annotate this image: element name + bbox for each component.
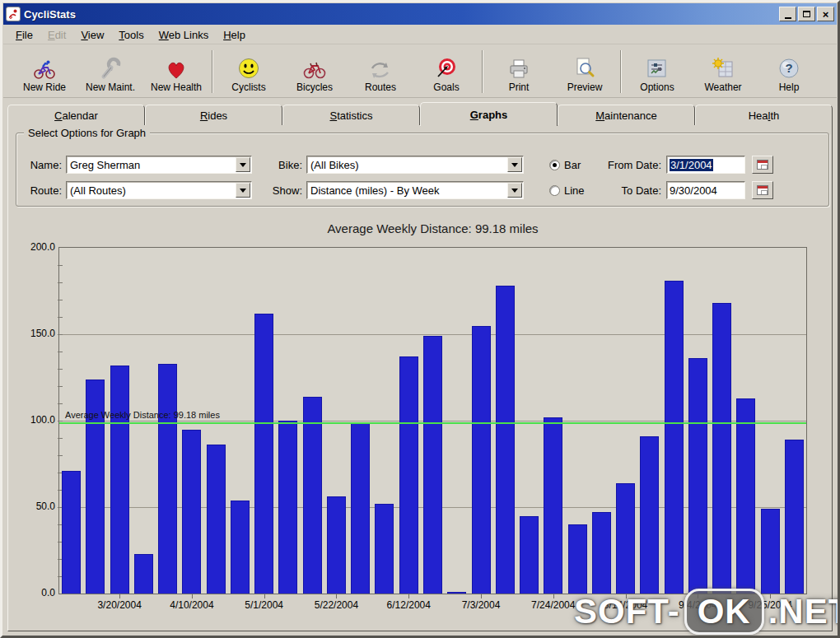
route-dropdown-button[interactable] [236, 183, 250, 198]
toolbar-label: Preview [567, 81, 603, 93]
x-tick-label: 6/12/2004 [387, 599, 431, 611]
name-combobox[interactable]: Greg Sherman [66, 156, 252, 174]
x-tick [481, 594, 482, 598]
tab-rides[interactable]: Rides [145, 105, 282, 125]
menu-view[interactable]: View [73, 27, 111, 43]
bar-radio-row[interactable]: Bar [549, 159, 581, 171]
to-date-input[interactable]: 9/30/2004 [666, 181, 745, 199]
x-tick [336, 594, 337, 598]
toolbar-separator [212, 50, 213, 93]
y-tick-label: 150.0 [30, 328, 55, 339]
y-minor-tick [58, 403, 63, 404]
bar-radio-label: Bar [564, 159, 581, 171]
weather-sun-icon [712, 55, 735, 80]
bar [278, 421, 297, 594]
toolbar-options-button[interactable]: Options [624, 48, 690, 95]
toolbar-new-health-button[interactable]: New Health [143, 48, 209, 95]
heart-icon [166, 55, 187, 80]
toolbar-goals-button[interactable]: Goals [413, 48, 479, 95]
toolbar-cyclists-button[interactable]: Cyclists [216, 48, 282, 95]
toolbar-label: New Health [151, 81, 202, 93]
toolbar-bicycles-button[interactable]: Bicycles [282, 48, 348, 95]
maximize-button[interactable] [798, 7, 815, 21]
close-button[interactable]: × [817, 7, 834, 21]
route-combobox[interactable]: (All Routes) [66, 181, 252, 199]
toolbar-weather-button[interactable]: Weather [690, 48, 756, 95]
bike-dropdown-button[interactable] [507, 157, 522, 172]
show-label: Show: [264, 184, 302, 197]
window-title: CycliStats [24, 8, 779, 21]
new-ride-icon [33, 55, 56, 80]
x-tick-label: 7/3/2004 [462, 599, 501, 611]
tab-graphs[interactable]: Graphs [420, 102, 558, 126]
toolbar-print-button[interactable]: Print [486, 48, 552, 95]
watermark-suffix: .NET [768, 592, 840, 631]
menu-file[interactable]: File [8, 27, 40, 43]
bar [303, 397, 322, 594]
menu-web-links[interactable]: Web Links [152, 27, 216, 43]
minimize-button[interactable] [779, 7, 796, 21]
average-line [59, 422, 806, 424]
from-date-value: 3/1/2004 [670, 159, 713, 171]
bar [544, 417, 562, 594]
tab-statistics[interactable]: Statistics [282, 105, 420, 125]
gridline [59, 334, 806, 335]
tab-maintenance[interactable]: Maintenance [558, 105, 695, 125]
toolbar-new-maint-button[interactable]: New Maint. [77, 48, 143, 95]
chevron-down-icon [240, 189, 246, 193]
y-minor-tick [58, 282, 63, 283]
bar [761, 509, 780, 594]
y-tick-label: 0.0 [41, 587, 55, 598]
title-bar[interactable]: CycliStats × [3, 3, 837, 25]
bar-radio[interactable] [549, 160, 560, 170]
menu-tools[interactable]: Tools [111, 27, 151, 43]
name-dropdown-button[interactable] [236, 157, 250, 172]
bar [254, 314, 273, 594]
from-date-calendar-button[interactable] [752, 156, 773, 174]
y-minor-tick [58, 334, 63, 335]
line-radio[interactable] [549, 185, 560, 196]
bar [736, 398, 755, 594]
x-tick [264, 594, 265, 598]
from-date-input[interactable]: 3/1/2004 [666, 156, 745, 174]
bar [665, 281, 684, 594]
bar [158, 364, 177, 594]
bar [423, 336, 442, 594]
help-icon: ? [777, 55, 800, 80]
line-radio-row[interactable]: Line [549, 184, 585, 197]
wrench-icon [99, 55, 122, 80]
bar [231, 501, 250, 594]
app-window: CycliStats × File Edit View Tools Web Li… [0, 0, 840, 638]
maximize-icon [803, 11, 810, 17]
close-icon: × [823, 9, 829, 20]
bike-combobox[interactable]: (All Bikes) [306, 156, 524, 174]
y-minor-tick [58, 455, 63, 456]
settings-icon [646, 55, 669, 80]
calendar-icon [757, 185, 768, 195]
tab-calendar[interactable]: Calendar [7, 105, 145, 125]
show-dropdown-button[interactable] [507, 183, 522, 198]
toolbar-new-ride-button[interactable]: New Ride [12, 48, 77, 95]
name-value: Greg Sherman [67, 159, 235, 171]
to-date-calendar-button[interactable] [752, 181, 773, 199]
toolbar-label: Help [779, 81, 800, 93]
tab-health[interactable]: Health [695, 105, 833, 125]
chevron-down-icon [511, 163, 518, 167]
show-combobox[interactable]: Distance (miles) - By Week [306, 181, 524, 199]
bar [592, 512, 611, 594]
toolbar-label: Print [509, 81, 530, 93]
bar [616, 483, 635, 594]
to-date-value: 9/30/2004 [670, 184, 717, 197]
toolbar-preview-button[interactable]: Preview [552, 48, 618, 95]
menu-help[interactable]: Help [216, 27, 253, 43]
bar [134, 554, 153, 594]
toolbar-routes-button[interactable]: Routes [348, 48, 413, 95]
watermark: SOFT- OK .NET [574, 589, 840, 635]
x-tick-label: 3/20/2004 [97, 599, 141, 611]
x-tick-label: 5/1/2004 [245, 599, 283, 611]
bike-label: Bike: [264, 159, 302, 171]
toolbar-separator [620, 50, 622, 93]
toolbar-help-button[interactable]: ? Help [756, 48, 822, 95]
bar [399, 356, 418, 594]
tab-strip: Calendar Rides Statistics Graphs Mainten… [7, 102, 833, 125]
